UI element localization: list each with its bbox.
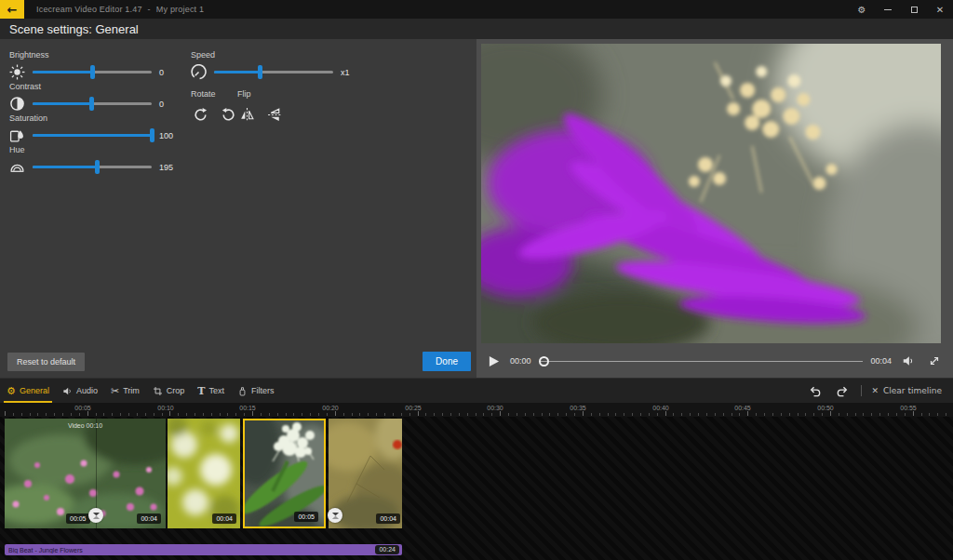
tab-trim[interactable]: ✂ Trim bbox=[104, 379, 146, 403]
saturation-slider-thumb[interactable] bbox=[150, 128, 154, 142]
speed-slider-thumb[interactable] bbox=[258, 65, 262, 79]
hue-slider-thumb[interactable] bbox=[95, 160, 100, 174]
ruler-time-label: 00:10 bbox=[157, 405, 174, 411]
title-bar: ← Icecream Video Editor 1.47-My project … bbox=[0, 0, 953, 19]
back-button[interactable]: ← bbox=[0, 0, 24, 19]
clear-x-icon: ✕ bbox=[871, 386, 879, 395]
minimize-icon bbox=[884, 9, 892, 10]
saturation-slider[interactable] bbox=[33, 134, 152, 137]
edit-toolbar: ⚙ General Audio ✂ Trim Crop T Text Filte… bbox=[0, 378, 953, 403]
settings-gear-button[interactable]: ⚙ bbox=[849, 0, 875, 19]
tab-audio-label: Audio bbox=[76, 386, 98, 395]
app-title: Icecream Video Editor 1.47 bbox=[36, 5, 142, 14]
rotate-cw-button[interactable] bbox=[191, 105, 209, 124]
undo-button[interactable] bbox=[805, 381, 824, 400]
ruler-time-label: 00:25 bbox=[405, 405, 422, 411]
timeline-clip-3-selected[interactable]: 00:05 bbox=[243, 419, 326, 528]
hue-slider[interactable] bbox=[33, 166, 152, 168]
transition-icon[interactable] bbox=[88, 508, 103, 523]
clip-duration-badge: 00:05 bbox=[66, 513, 90, 524]
maximize-button[interactable] bbox=[901, 0, 927, 19]
redo-button[interactable] bbox=[833, 381, 852, 400]
ruler-time-label: 00:55 bbox=[900, 405, 917, 411]
scene-settings-header: Scene settings: General bbox=[0, 19, 953, 39]
speed-gauge-icon bbox=[191, 64, 207, 80]
speed-slider[interactable] bbox=[214, 71, 333, 73]
ruler-time-label: 00:15 bbox=[239, 405, 256, 411]
ruler-time-label: 00:20 bbox=[322, 405, 339, 411]
tab-filters[interactable]: Filters bbox=[231, 379, 281, 403]
clip-duration-badge: 00:04 bbox=[376, 513, 400, 524]
hue-value: 195 bbox=[159, 163, 183, 172]
speed-value: x1 bbox=[341, 68, 365, 77]
saturation-control: Saturation 100 bbox=[9, 113, 186, 143]
seek-bar[interactable] bbox=[539, 355, 864, 367]
volume-icon[interactable] bbox=[899, 352, 918, 370]
page-title: Scene settings: General bbox=[9, 22, 139, 36]
flip-vertical-button[interactable] bbox=[265, 105, 284, 124]
total-duration: 00:04 bbox=[870, 356, 892, 366]
clip-duration-badge: 00:05 bbox=[294, 512, 318, 522]
brightness-label: Brightness bbox=[9, 50, 186, 60]
contrast-label: Contrast bbox=[9, 82, 186, 91]
tab-general[interactable]: ⚙ General bbox=[0, 379, 56, 403]
fullscreen-icon[interactable] bbox=[925, 352, 944, 370]
clip-duration-badge: 00:04 bbox=[212, 513, 236, 524]
hue-label: Hue bbox=[9, 145, 186, 154]
saturation-label: Saturation bbox=[9, 113, 186, 123]
text-icon: T bbox=[197, 386, 205, 396]
reset-to-default-button[interactable]: Reset to default bbox=[7, 353, 85, 371]
done-button[interactable]: Done bbox=[423, 352, 471, 371]
video-preview[interactable] bbox=[481, 44, 941, 343]
saturation-icon bbox=[9, 127, 25, 143]
seek-handle[interactable] bbox=[539, 356, 549, 367]
brightness-control: Brightness 0 bbox=[9, 50, 186, 80]
tab-text[interactable]: T Text bbox=[191, 379, 231, 403]
title-separator: - bbox=[148, 5, 151, 14]
play-button[interactable] bbox=[484, 352, 503, 370]
timeline-clip-1[interactable]: Video 00:10 00:05 00:04 bbox=[5, 419, 166, 528]
contrast-value: 0 bbox=[159, 100, 183, 109]
minimize-button[interactable] bbox=[875, 0, 901, 19]
filters-bottle-icon bbox=[237, 386, 248, 396]
window-title: Icecream Video Editor 1.47-My project 1 bbox=[34, 5, 207, 14]
close-button[interactable]: ✕ bbox=[927, 0, 953, 19]
speed-label: Speed bbox=[191, 50, 368, 60]
transition-icon[interactable] bbox=[328, 508, 342, 523]
timeline-track-area[interactable]: Video 00:10 00:05 00:04 00:04 bbox=[0, 417, 953, 560]
tab-text-label: Text bbox=[209, 386, 225, 395]
clear-timeline-button[interactable]: ✕ Clear timeline bbox=[871, 386, 942, 395]
audio-track[interactable]: Big Beat - Jungle Flowers 00:24 bbox=[5, 544, 402, 555]
tab-audio[interactable]: Audio bbox=[56, 379, 104, 403]
contrast-slider-thumb[interactable] bbox=[89, 97, 94, 111]
flip-horizontal-button[interactable] bbox=[237, 105, 256, 124]
gear-icon: ⚙ bbox=[7, 386, 16, 396]
ruler-time-label: 00:45 bbox=[734, 405, 751, 411]
settings-panel: Brightness 0 Contrast 0 Saturation bbox=[0, 39, 476, 378]
flip-control: Flip bbox=[237, 89, 321, 124]
project-name: My project 1 bbox=[156, 5, 204, 14]
timeline-clip-2[interactable]: 00:04 bbox=[168, 419, 240, 528]
brightness-slider-thumb[interactable] bbox=[90, 65, 95, 79]
ruler-time-label: 00:35 bbox=[570, 405, 586, 411]
brightness-slider[interactable] bbox=[33, 71, 152, 73]
maximize-icon bbox=[911, 7, 918, 13]
speed-control: Speed x1 bbox=[191, 50, 368, 80]
preview-panel: 00:00 00:04 bbox=[476, 39, 953, 378]
toolbar-divider bbox=[861, 385, 862, 396]
audio-duration-badge: 00:24 bbox=[375, 545, 399, 554]
tab-trim-label: Trim bbox=[123, 386, 140, 395]
elapsed-time: 00:00 bbox=[510, 356, 531, 366]
tab-crop[interactable]: Crop bbox=[146, 379, 192, 403]
timeline-ruler[interactable]: 00:0500:1000:1500:2000:2500:3000:3500:40… bbox=[0, 403, 953, 417]
clip-name-label: Video 00:10 bbox=[5, 422, 166, 429]
ruler-time-label: 00:30 bbox=[487, 405, 503, 411]
contrast-slider[interactable] bbox=[33, 102, 152, 105]
brightness-value: 0 bbox=[159, 68, 183, 77]
scissors-icon: ✂ bbox=[111, 386, 119, 396]
playback-bar: 00:00 00:04 bbox=[484, 350, 944, 372]
rotate-ccw-button[interactable] bbox=[219, 105, 237, 124]
ruler-time-label: 00:50 bbox=[817, 405, 834, 411]
tab-filters-label: Filters bbox=[251, 386, 275, 395]
tab-crop-label: Crop bbox=[167, 386, 185, 395]
